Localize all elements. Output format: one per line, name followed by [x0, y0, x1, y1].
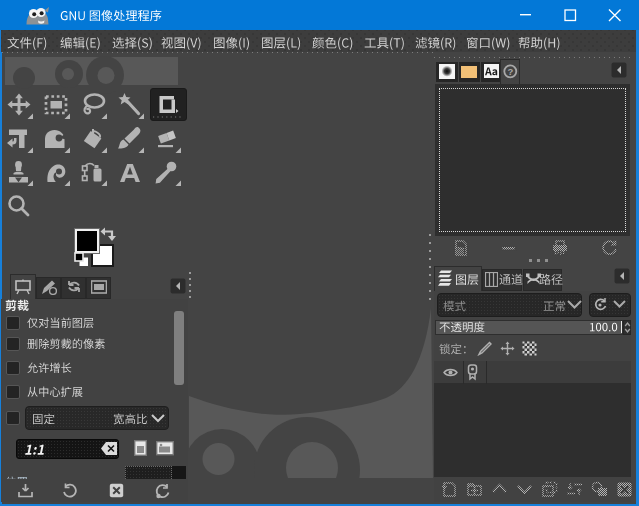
svg-text:?: ?: [507, 66, 513, 77]
